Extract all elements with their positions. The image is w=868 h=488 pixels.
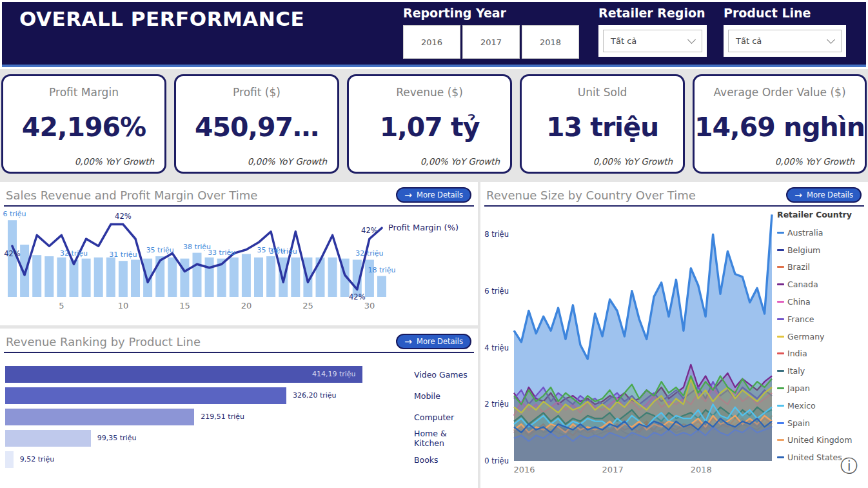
- sales-combo-chart-svg: 5101520253066 triệu32 triệu31 triệu35 tr…: [3, 209, 473, 318]
- rank-bar[interactable]: [5, 409, 194, 425]
- sales-combo-chart: 5101520253066 triệu32 triệu31 triệu35 tr…: [3, 209, 477, 320]
- kpi-value: 13 triệu: [522, 112, 683, 143]
- svg-text:10: 10: [118, 301, 129, 310]
- rank-value-label: 219,51 triệu: [201, 412, 244, 421]
- svg-text:32 triệu: 32 triệu: [60, 249, 88, 258]
- title-underline: [4, 205, 474, 207]
- country-legend: Retailer Country AustraliaBelgiumBrazilC…: [776, 208, 865, 488]
- legend-item-france[interactable]: France: [777, 310, 865, 328]
- rank-row-books[interactable]: 9,52 triệuBooks: [5, 451, 471, 468]
- retailer-region-label: Retailer Region: [598, 6, 707, 20]
- svg-text:20: 20: [241, 301, 252, 310]
- year-button-2017[interactable]: 2017: [462, 25, 520, 59]
- kpi-growth: 0,00% YoY Growth: [75, 156, 154, 167]
- rank-row-computer[interactable]: 219,51 triệuComputer: [5, 409, 471, 425]
- legend-item-japan[interactable]: Japan: [777, 380, 865, 397]
- svg-text:2018: 2018: [691, 465, 712, 474]
- legend-label: Brazil: [787, 262, 810, 272]
- legend-item-germany[interactable]: Germany: [777, 328, 865, 345]
- legend-items: AustraliaBelgiumBrazilCanadaChinaFranceG…: [777, 224, 865, 466]
- legend-item-brazil[interactable]: Brazil: [777, 259, 865, 276]
- panel-country-title: Revenue Size by Country Over Time: [486, 188, 696, 202]
- legend-item-china[interactable]: China: [777, 293, 865, 310]
- svg-text:15: 15: [179, 301, 190, 310]
- legend-item-canada[interactable]: Canada: [777, 276, 865, 293]
- svg-text:31 triệu: 31 triệu: [109, 250, 137, 259]
- svg-text:42%: 42%: [4, 249, 21, 258]
- legend-item-australia[interactable]: Australia: [777, 224, 865, 241]
- svg-text:5: 5: [59, 301, 64, 310]
- legend-item-mexico[interactable]: Mexico: [777, 397, 865, 414]
- svg-text:2016: 2016: [513, 465, 535, 474]
- dashboard: OVERALL PERFORMANCE Reporting Year 20162…: [0, 0, 868, 488]
- arrow-right-icon: →: [404, 337, 412, 346]
- kpi-card-unit-sold: Unit Sold13 triệu0,00% YoY Growth: [520, 74, 685, 174]
- header-accent-strip: [2, 65, 866, 67]
- country-area-chart: 0 triệu2 triệu4 triệu6 triệu8 triệu20162…: [480, 208, 776, 488]
- rank-bar[interactable]: [5, 451, 14, 468]
- rank-bar[interactable]: [5, 430, 91, 447]
- legend-title: Retailer Country: [777, 210, 865, 219]
- legend-item-belgium[interactable]: Belgium: [777, 241, 865, 259]
- more-details-label: More Details: [417, 337, 463, 346]
- svg-text:30: 30: [364, 301, 375, 310]
- rank-row-video-games[interactable]: 414,19 triệuVideo Games: [5, 366, 471, 383]
- svg-text:8 triệu: 8 triệu: [484, 230, 509, 239]
- legend-swatch: [777, 249, 784, 251]
- year-button-2018[interactable]: 2018: [522, 25, 579, 59]
- page-title: OVERALL PERFORMANCE: [19, 7, 304, 30]
- svg-text:32 triệu: 32 triệu: [355, 249, 383, 258]
- rank-bar[interactable]: [5, 387, 286, 404]
- reporting-year-filter: Reporting Year 201620172018: [403, 6, 585, 59]
- more-details-button-country[interactable]: → More Details: [786, 187, 862, 203]
- ranking-bar-chart: 414,19 triệuVideo Games326,20 triệuMobil…: [0, 353, 478, 468]
- retailer-region-dropdown[interactable]: Tất cả: [598, 25, 707, 57]
- legend-swatch: [777, 232, 784, 234]
- more-details-label: More Details: [417, 190, 463, 199]
- legend-label: Belgium: [787, 245, 820, 255]
- kpi-value: 450,97…: [176, 112, 337, 143]
- rank-value-label: 99,35 triệu: [97, 434, 137, 442]
- more-details-button-ranking[interactable]: → More Details: [396, 334, 471, 349]
- legend-item-spain[interactable]: Spain: [777, 414, 865, 432]
- legend-swatch: [777, 387, 784, 389]
- more-details-button-sales[interactable]: → More Details: [396, 187, 471, 203]
- svg-text:42%: 42%: [115, 212, 132, 221]
- svg-text:25: 25: [302, 301, 313, 310]
- svg-text:2017: 2017: [602, 465, 624, 474]
- legend-item-united-kingdom[interactable]: United Kingdom: [777, 432, 865, 449]
- legend-item-india[interactable]: India: [777, 345, 865, 363]
- kpi-card-revenue: Revenue ($)1,07 tỷ0,00% YoY Growth: [347, 74, 512, 174]
- panel-sales-revenue-profit-margin: Sales Revenue and Profit Margin Over Tim…: [0, 182, 478, 325]
- kpi-growth: 0,00% YoY Growth: [775, 156, 854, 167]
- rank-value-label: 414,19 triệu: [312, 370, 356, 378]
- retailer-region-filter: Retailer Region Tất cả: [598, 6, 707, 57]
- legend-label: Italy: [787, 366, 805, 376]
- rank-value-label: 326,20 triệu: [293, 391, 337, 400]
- panel-ranking-title: Revenue Ranking by Product Line: [6, 335, 201, 349]
- legend-item-italy[interactable]: Italy: [777, 362, 865, 380]
- legend-label: United Kingdom: [787, 435, 852, 445]
- rank-bar[interactable]: [5, 366, 362, 383]
- rank-row-home-kitchen[interactable]: 99,35 triệuHome & Kitchen: [5, 430, 471, 447]
- rank-row-mobile[interactable]: 326,20 triệuMobile: [5, 387, 471, 404]
- svg-text:38 triệu: 38 triệu: [183, 243, 211, 251]
- product-line-dropdown[interactable]: Tất cả: [724, 25, 846, 57]
- svg-text:6 triệu: 6 triệu: [484, 287, 509, 296]
- more-details-label: More Details: [807, 190, 853, 199]
- kpi-title: Profit ($): [176, 86, 337, 99]
- svg-text:66 triệu: 66 triệu: [3, 210, 26, 218]
- kpi-value: 14,69 nghìn: [695, 112, 865, 143]
- kpi-title: Average Order Value ($): [695, 86, 865, 99]
- title-underline: [484, 205, 864, 207]
- country-area-chart-svg: 0 triệu2 triệu4 triệu6 triệu8 triệu20162…: [480, 208, 776, 487]
- year-buttons: 201620172018: [403, 25, 585, 59]
- legend-label: Germany: [787, 332, 824, 341]
- svg-text:42%: 42%: [361, 226, 378, 235]
- rank-category-label: Home & Kitchen: [384, 429, 471, 448]
- year-button-2016[interactable]: 2016: [403, 25, 460, 59]
- svg-text:4 triệu: 4 triệu: [484, 343, 509, 352]
- svg-text:Profit Margin (%): Profit Margin (%): [388, 223, 459, 232]
- legend-swatch: [777, 318, 784, 320]
- info-icon[interactable]: ⓘ: [840, 457, 858, 474]
